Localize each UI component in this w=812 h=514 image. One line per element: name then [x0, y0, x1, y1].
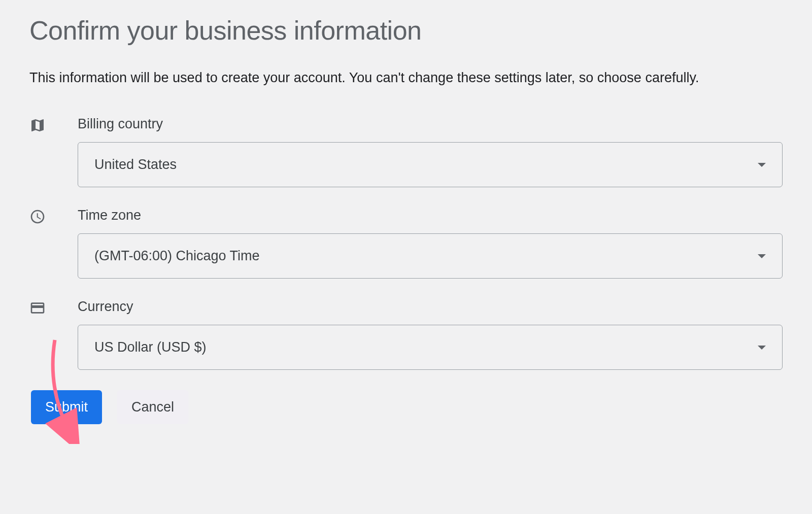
currency-section: Currency US Dollar (USD $) [29, 299, 783, 370]
chevron-down-icon [758, 346, 766, 350]
cancel-button[interactable]: Cancel [117, 390, 188, 424]
time-zone-label: Time zone [78, 208, 783, 223]
billing-country-select[interactable]: United States [78, 142, 783, 187]
page-title: Confirm your business information [29, 15, 783, 46]
time-zone-select[interactable]: (GMT-06:00) Chicago Time [78, 233, 783, 279]
chevron-down-icon [758, 254, 766, 258]
currency-label: Currency [78, 299, 783, 315]
map-icon [29, 126, 46, 135]
chevron-down-icon [758, 163, 766, 167]
currency-value: US Dollar (USD $) [94, 339, 207, 355]
submit-button[interactable]: Submit [31, 390, 102, 424]
payment-icon [29, 309, 46, 318]
button-row: Submit Cancel [31, 390, 783, 424]
page-description: This information will be used to create … [29, 70, 783, 86]
billing-country-value: United States [94, 157, 177, 173]
billing-country-label: Billing country [78, 116, 783, 132]
billing-country-section: Billing country United States [29, 116, 783, 187]
time-zone-value: (GMT-06:00) Chicago Time [94, 248, 260, 264]
time-zone-section: Time zone (GMT-06:00) Chicago Time [29, 208, 783, 279]
currency-select[interactable]: US Dollar (USD $) [78, 325, 783, 370]
clock-icon [29, 218, 46, 226]
